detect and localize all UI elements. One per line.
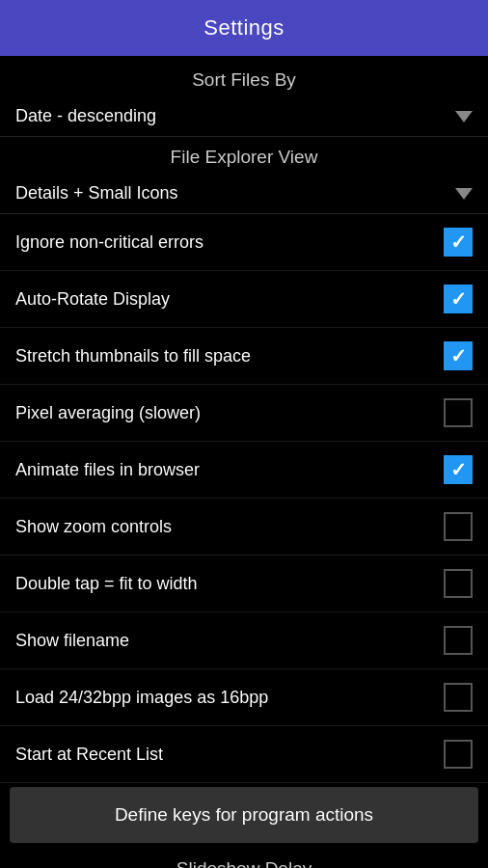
view-section-label: File Explorer View	[0, 137, 488, 174]
checkbox-pixel-averaging[interactable]	[444, 398, 473, 427]
checkbox-start-recent[interactable]	[444, 740, 473, 769]
define-keys-button[interactable]: Define keys for program actions	[10, 787, 478, 843]
checkbox-show-zoom[interactable]	[444, 512, 473, 541]
settings-row-start-recent[interactable]: Start at Recent List	[0, 726, 488, 783]
sort-section-label: Sort Files By	[0, 56, 488, 96]
settings-label-load-16bpp: Load 24/32bpp images as 16bpp	[15, 688, 434, 708]
settings-header: Settings	[0, 0, 488, 56]
settings-row-animate-files[interactable]: Animate files in browser	[0, 442, 488, 499]
settings-label-animate-files: Animate files in browser	[15, 460, 434, 480]
view-selected-value: Details + Small Icons	[15, 183, 178, 203]
settings-label-ignore-errors: Ignore non-critical errors	[15, 232, 434, 253]
checkbox-ignore-errors[interactable]	[444, 228, 473, 257]
sort-dropdown[interactable]: Date - descending	[0, 96, 488, 137]
checkbox-show-filename[interactable]	[444, 626, 473, 655]
settings-label-double-tap: Double tap = fit to width	[15, 574, 434, 594]
settings-label-start-recent: Start at Recent List	[15, 745, 434, 765]
settings-row-auto-rotate[interactable]: Auto-Rotate Display	[0, 271, 488, 328]
settings-label-pixel-averaging: Pixel averaging (slower)	[15, 403, 434, 423]
settings-row-show-filename[interactable]: Show filename	[0, 612, 488, 669]
view-dropdown[interactable]: Details + Small Icons	[0, 174, 488, 214]
checkbox-stretch-thumbnails[interactable]	[444, 341, 473, 370]
settings-row-pixel-averaging[interactable]: Pixel averaging (slower)	[0, 385, 488, 442]
sort-dropdown-arrow-icon	[455, 111, 473, 122]
settings-row-stretch-thumbnails[interactable]: Stretch thumbnails to fill space	[0, 328, 488, 385]
settings-label-show-zoom: Show zoom controls	[15, 517, 434, 537]
checkbox-auto-rotate[interactable]	[444, 285, 473, 313]
settings-row-double-tap[interactable]: Double tap = fit to width	[0, 556, 488, 612]
sort-selected-value: Date - descending	[15, 106, 156, 126]
checkbox-double-tap[interactable]	[444, 569, 473, 598]
settings-row-show-zoom[interactable]: Show zoom controls	[0, 499, 488, 556]
settings-row-load-16bpp[interactable]: Load 24/32bpp images as 16bpp	[0, 669, 488, 726]
checkbox-load-16bpp[interactable]	[444, 683, 473, 712]
slideshow-label: Slideshow Delay	[0, 847, 488, 868]
settings-label-show-filename: Show filename	[15, 631, 434, 651]
settings-row-ignore-errors[interactable]: Ignore non-critical errors	[0, 214, 488, 271]
settings-label-auto-rotate: Auto-Rotate Display	[15, 289, 434, 310]
checkbox-animate-files[interactable]	[444, 455, 473, 484]
settings-label-stretch-thumbnails: Stretch thumbnails to fill space	[15, 346, 434, 366]
view-dropdown-arrow-icon	[455, 188, 473, 200]
settings-list: Ignore non-critical errorsAuto-Rotate Di…	[0, 214, 488, 783]
settings-title: Settings	[203, 15, 285, 40]
